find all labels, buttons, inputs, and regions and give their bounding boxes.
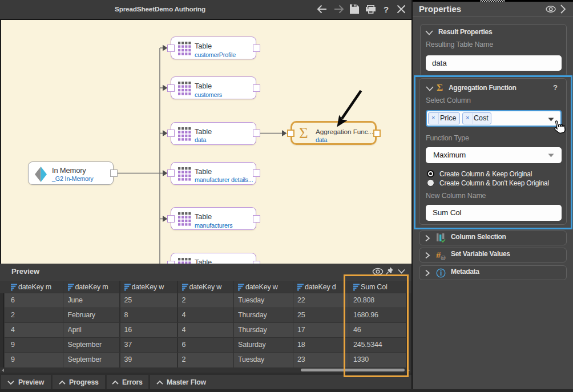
svg-text:@: @ (441, 255, 446, 260)
